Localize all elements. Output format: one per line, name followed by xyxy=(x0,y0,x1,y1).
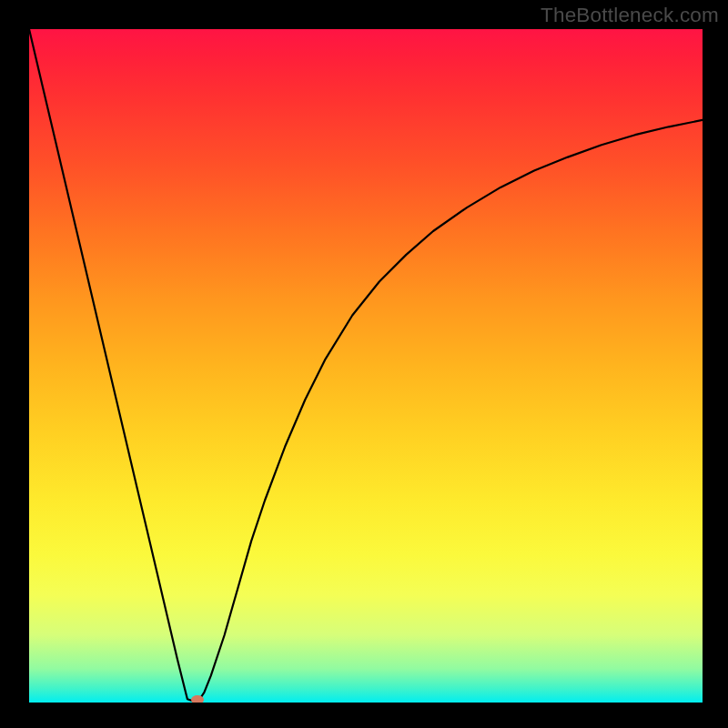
watermark-text: TheBottleneck.com xyxy=(541,4,719,27)
bottleneck-curve xyxy=(29,29,703,703)
curve-layer xyxy=(29,29,703,703)
plot-area xyxy=(29,29,703,703)
chart-frame: TheBottleneck.com xyxy=(0,0,728,728)
